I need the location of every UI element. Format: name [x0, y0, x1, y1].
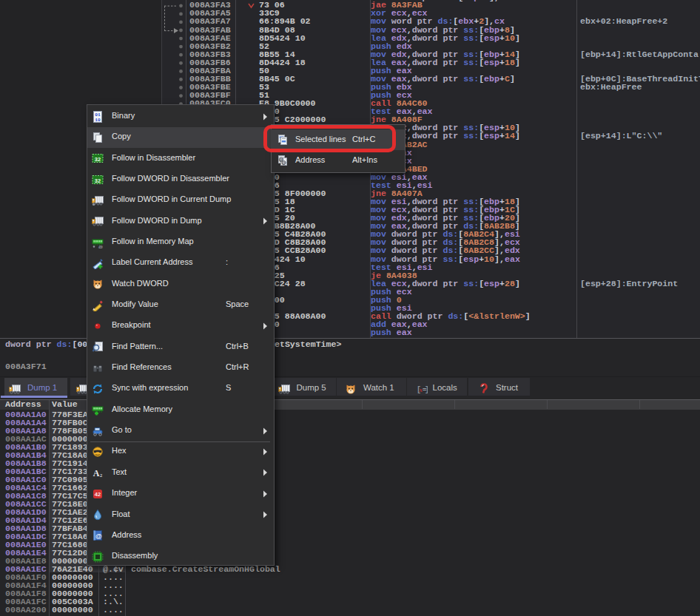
svg-text:32: 32	[95, 156, 101, 163]
svg-text:@: @	[95, 532, 102, 540]
svg-text:@: @	[281, 160, 286, 165]
svg-text:32: 32	[95, 177, 101, 183]
svg-text:42: 42	[95, 491, 101, 498]
svg-text:2: 2	[100, 473, 103, 478]
svg-text:]: ]	[425, 385, 428, 393]
svg-text:10: 10	[95, 118, 101, 123]
svg-text:A: A	[93, 468, 100, 478]
svg-text:@: @	[98, 244, 103, 248]
